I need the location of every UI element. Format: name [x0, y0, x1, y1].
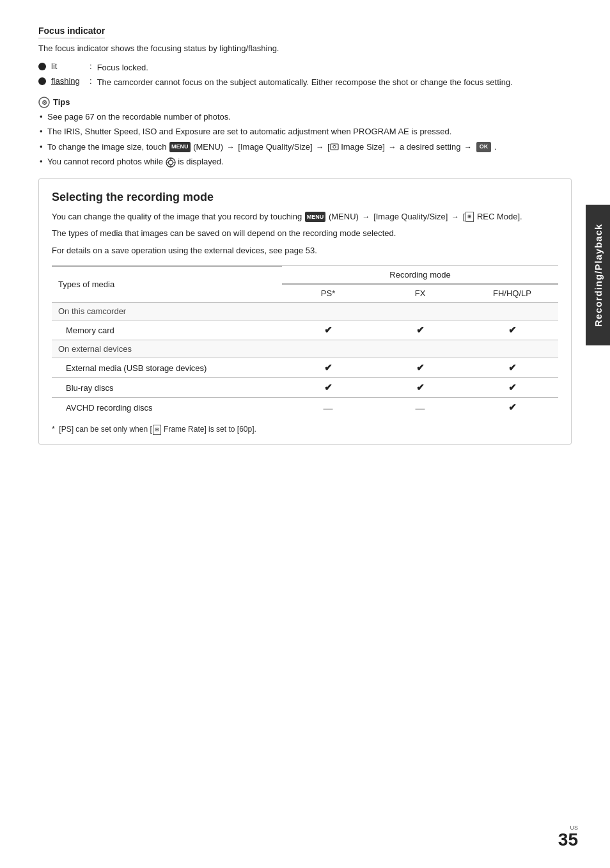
col-media-header: Types of media — [52, 266, 282, 303]
tip-4: You cannot record photos while is displa… — [38, 155, 572, 168]
table-row: On external devices — [52, 340, 558, 358]
indicator-list: lit : Focus locked. flashing : The camco… — [38, 61, 572, 89]
indicator-colon-flashing: : — [90, 76, 92, 86]
table-footnote: * [PS] can be set only when [⊞ Frame Rat… — [52, 423, 558, 435]
tip-4-text: You cannot record photos while is displa… — [47, 157, 224, 166]
page-number-container: US 35 — [558, 825, 578, 849]
arrow-1: → — [227, 143, 235, 152]
recording-mode-colspan-header: Recording mode — [282, 266, 558, 285]
arrow-6: → — [451, 212, 459, 221]
table-row: External media (USB storage devices) ✔ ✔… — [52, 358, 558, 378]
focus-indicator-desc: The focus indicator shows the focusing s… — [38, 42, 572, 55]
table-body: On this camcorder Memory card ✔ ✔ ✔ On e… — [52, 303, 558, 418]
menu-badge-1: MENU — [169, 142, 191, 152]
ps-cell: ✔ — [282, 358, 374, 378]
col-ps-header: PS* — [282, 284, 374, 303]
recording-mode-header-row: Types of media Recording mode — [52, 266, 558, 285]
tips-label: Tips — [53, 97, 70, 107]
media-label: AVCHD recording discs — [52, 398, 282, 418]
focus-section: Focus indicator The focus indicator show… — [38, 26, 572, 89]
fx-cell: ✔ — [374, 358, 466, 378]
fh-cell: ✔ — [466, 320, 558, 340]
section-label: On this camcorder — [52, 303, 558, 320]
menu-badge-2: MENU — [305, 212, 326, 222]
recording-desc-3: For details on a save operation using th… — [52, 244, 558, 258]
ps-cell: — — [282, 398, 374, 418]
recording-box: Selecting the recording mode You can cha… — [38, 178, 572, 445]
media-label: Memory card — [52, 320, 282, 340]
recording-table: Types of media Recording mode PS* FX FH/… — [52, 265, 558, 418]
media-label: External media (USB storage devices) — [52, 358, 282, 378]
rec-mode-icon-1: ⊞ — [465, 212, 474, 223]
recording-desc-1: You can change the quality of the image … — [52, 210, 558, 224]
tips-section: ⚙ Tips See page 67 on the recordable num… — [38, 97, 572, 168]
side-tab: Recording/Playback — [586, 205, 610, 345]
table-row: On this camcorder — [52, 303, 558, 320]
indicator-label-flashing: flashing — [51, 76, 90, 86]
recording-desc-2: The types of media that images can be sa… — [52, 227, 558, 241]
tip-1-text: See page 67 on the recordable number of … — [47, 112, 231, 122]
fx-cell: ✔ — [374, 320, 466, 340]
indicator-item-flashing: flashing : The camcorder cannot focus on… — [38, 76, 572, 89]
svg-point-3 — [332, 145, 335, 148]
rec-mode-icon-fn: ⊞ — [153, 425, 161, 435]
fh-cell: ✔ — [466, 398, 558, 418]
tips-icon: ⚙ — [38, 97, 50, 108]
table-row: Blu-ray discs ✔ ✔ ✔ — [52, 378, 558, 398]
tips-list: See page 67 on the recordable number of … — [38, 111, 572, 168]
indicator-label-lit: lit — [51, 61, 90, 71]
media-label: Blu-ray discs — [52, 378, 282, 398]
page-number: 35 — [558, 830, 578, 849]
fx-cell: — — [374, 398, 466, 418]
ps-cell: ✔ — [282, 378, 374, 398]
page-container: Focus indicator The focus indicator show… — [0, 0, 610, 868]
arrow-3: → — [388, 143, 396, 152]
side-tab-label: Recording/Playback — [593, 223, 604, 326]
col-fh-header: FH/HQ/LP — [466, 284, 558, 303]
tip-2: The IRIS, Shutter Speed, ISO and Exposur… — [38, 125, 572, 138]
tip-1: See page 67 on the recordable number of … — [38, 111, 572, 123]
indicator-text-lit: Focus locked. — [97, 61, 148, 74]
arrow-4: → — [464, 143, 472, 152]
tip-2-text: The IRIS, Shutter Speed, ISO and Exposur… — [47, 127, 451, 136]
fh-cell: ✔ — [466, 378, 558, 398]
svg-text:⚙: ⚙ — [42, 99, 47, 106]
tips-header: ⚙ Tips — [38, 97, 572, 108]
bullet-flashing — [38, 77, 46, 85]
indicator-item-lit: lit : Focus locked. — [38, 61, 572, 74]
ok-badge: OK — [476, 142, 492, 152]
focus-indicator-title: Focus indicator — [38, 26, 105, 38]
bullet-lit — [38, 63, 46, 70]
indicator-text-flashing: The camcorder cannot focus on the subjec… — [97, 76, 513, 89]
recording-box-title: Selecting the recording mode — [52, 191, 558, 204]
fh-cell: ✔ — [466, 358, 558, 378]
table-row: AVCHD recording discs — — ✔ — [52, 398, 558, 418]
svg-point-5 — [168, 160, 173, 164]
col-fx-header: FX — [374, 284, 466, 303]
arrow-5: → — [363, 212, 370, 221]
svg-rect-2 — [331, 144, 338, 150]
table-row: Memory card ✔ ✔ ✔ — [52, 320, 558, 340]
arrow-2: → — [316, 143, 324, 152]
section-label: On external devices — [52, 340, 558, 358]
ps-cell: ✔ — [282, 320, 374, 340]
fx-cell: ✔ — [374, 378, 466, 398]
tip-3: To change the image size, touch MENU (ME… — [38, 141, 572, 154]
tip-3-text: To change the image size, touch MENU (ME… — [47, 142, 496, 152]
indicator-colon-lit: : — [90, 61, 92, 71]
